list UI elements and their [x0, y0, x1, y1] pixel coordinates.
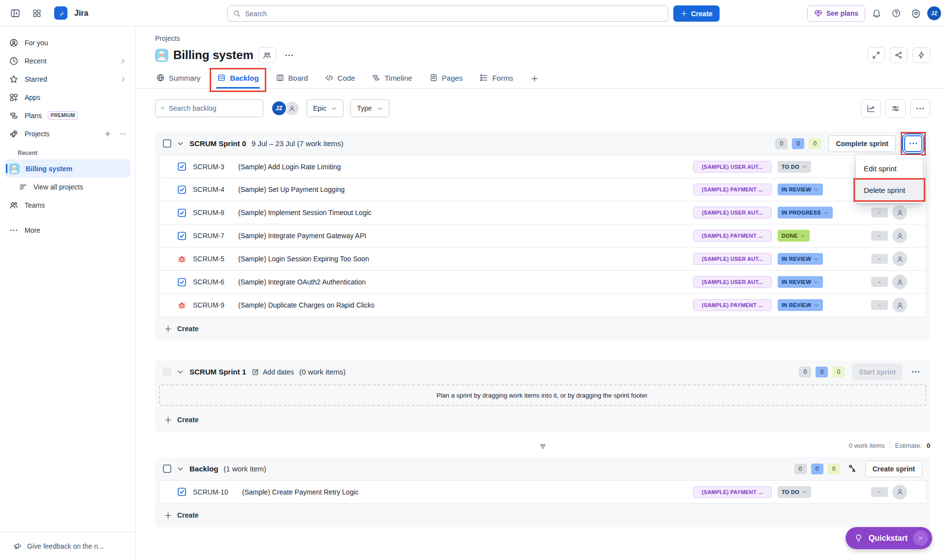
global-search-input[interactable]	[245, 10, 663, 18]
status-dropdown[interactable]: IN REVIEW	[778, 253, 823, 265]
chevron-down-icon[interactable]	[177, 368, 184, 375]
tab-backlog[interactable]: Backlog	[216, 71, 259, 88]
status-dropdown[interactable]: IN REVIEW	[778, 299, 823, 311]
work-item-title[interactable]: (Sample) Login Session Expiring Too Soon	[238, 255, 693, 263]
global-search[interactable]	[227, 5, 668, 22]
status-dropdown[interactable]: IN REVIEW	[778, 184, 823, 195]
backlog-create-button[interactable]: Create	[159, 503, 926, 527]
epic-badge[interactable]: (SAMPLE) USER AUT...	[693, 207, 772, 218]
see-plans-button[interactable]: See plans	[807, 5, 865, 22]
start-sprint-button[interactable]: Start sprint	[852, 364, 903, 380]
sprint-1-checkbox[interactable]	[163, 368, 171, 376]
share-button[interactable]	[890, 47, 908, 63]
estimate-badge[interactable]: -	[871, 254, 888, 264]
work-item-row[interactable]: SCRUM-9 (Sample) Duplicate Charges on Ra…	[159, 294, 926, 317]
work-item-row[interactable]: SCRUM-5 (Sample) Login Session Expiring …	[159, 248, 926, 271]
menu-item-edit-sprint[interactable]: Edit sprint	[856, 157, 923, 179]
status-dropdown[interactable]: TO DO	[778, 161, 811, 173]
assignee-avatar[interactable]	[892, 275, 907, 289]
tab-board[interactable]: Board	[275, 71, 309, 88]
work-item-row[interactable]: SCRUM-8 (Sample) Implement Session Timeo…	[159, 201, 926, 224]
backlog-search-input[interactable]	[169, 104, 258, 112]
estimate-badge[interactable]: -	[871, 487, 888, 497]
backlog-name[interactable]: Backlog	[189, 465, 218, 473]
assignee-avatar[interactable]	[892, 251, 907, 266]
sprint-0-more-button[interactable]	[904, 135, 922, 152]
add-dates-button[interactable]: Add dates	[252, 368, 294, 376]
estimate-badge[interactable]: -	[871, 208, 888, 218]
status-dropdown[interactable]: IN REVIEW	[778, 276, 823, 288]
work-item-title[interactable]: (Sample) Add Login Rate Limiting	[238, 163, 693, 171]
jira-logo[interactable]	[54, 6, 67, 20]
add-tab-button[interactable]	[529, 71, 540, 88]
work-item-title[interactable]: (Sample) Set Up Payment Logging	[238, 186, 693, 193]
sidebar-item-plans[interactable]: Plans PREMIUM	[5, 106, 130, 124]
assignee-avatar[interactable]	[892, 485, 907, 499]
tab-forms[interactable]: Forms	[478, 71, 514, 88]
work-item-row[interactable]: SCRUM-6 (Sample) Integrate OAuth2 Authen…	[159, 271, 926, 294]
work-item-row[interactable]: SCRUM-10 (Sample) Create Payment Retry L…	[159, 480, 926, 503]
create-sprint-button[interactable]: Create sprint	[865, 461, 922, 477]
work-item-title[interactable]: (Sample) Implement Session Timeout Logic	[238, 209, 693, 217]
settings-button[interactable]	[908, 5, 924, 22]
epic-filter-dropdown[interactable]: Epic	[307, 99, 344, 117]
user-avatar[interactable]: JZ	[927, 6, 941, 20]
work-item-title[interactable]: (Sample) Integrate Payment Gateway API	[238, 232, 693, 240]
epic-badge[interactable]: (SAMPLE) PAYMENT ...	[693, 184, 772, 195]
collapse-sidebar-button[interactable]	[7, 5, 24, 22]
estimate-badge[interactable]: -	[871, 300, 888, 310]
filter-user-avatar[interactable]: JZ	[271, 100, 287, 116]
work-item-row[interactable]: SCRUM-4 (Sample) Set Up Payment Logging …	[159, 178, 926, 201]
assignee-avatar[interactable]	[892, 228, 907, 243]
sidebar-item-for-you[interactable]: For you	[5, 33, 130, 52]
type-filter-dropdown[interactable]: Type	[350, 99, 389, 117]
help-button[interactable]	[888, 5, 905, 22]
sprint-0-create-button[interactable]: Create	[159, 317, 926, 341]
sidebar-item-billing-system[interactable]: Billing system	[5, 159, 130, 178]
work-item-title[interactable]: (Sample) Integrate OAuth2 Authentication	[238, 278, 693, 286]
sidebar-item-apps[interactable]: Apps	[5, 88, 130, 106]
sidebar-item-more[interactable]: More	[5, 221, 130, 239]
backlog-more-button[interactable]	[910, 99, 930, 118]
work-item-row[interactable]: SCRUM-3 (Sample) Add Login Rate Limiting…	[159, 155, 926, 178]
breadcrumb[interactable]: Projects	[155, 34, 930, 42]
epic-badge[interactable]: (SAMPLE) USER AUT...	[693, 276, 772, 288]
sidebar-item-view-all-projects[interactable]: View all projects	[5, 178, 130, 196]
epic-badge[interactable]: (SAMPLE) PAYMENT ...	[693, 230, 772, 242]
tab-code[interactable]: Code	[324, 71, 356, 88]
insights-button[interactable]	[861, 99, 881, 118]
app-switcher-button[interactable]	[29, 5, 45, 22]
view-settings-button[interactable]	[885, 99, 906, 118]
work-item-row[interactable]: SCRUM-7 (Sample) Integrate Payment Gatew…	[159, 224, 926, 248]
status-dropdown[interactable]: IN PROGRESS	[778, 207, 833, 218]
backlog-checkbox[interactable]	[163, 465, 171, 473]
sprint-1-create-button[interactable]: Create	[159, 408, 926, 432]
estimate-badge[interactable]: -	[871, 231, 888, 241]
auto-schedule-button[interactable]	[845, 461, 860, 477]
work-item-title[interactable]: (Sample) Create Payment Retry Logic	[242, 488, 693, 496]
epic-badge[interactable]: (SAMPLE) USER AUT...	[693, 253, 772, 265]
chevron-down-icon[interactable]	[177, 465, 184, 472]
notifications-button[interactable]	[868, 5, 885, 22]
status-dropdown[interactable]: DONE	[778, 230, 810, 242]
tab-timeline[interactable]: Timeline	[371, 71, 413, 88]
backlog-search[interactable]	[155, 99, 263, 117]
add-project-icon[interactable]	[104, 130, 112, 138]
project-members-button[interactable]	[258, 47, 276, 63]
automation-button[interactable]	[913, 47, 930, 63]
projects-more-icon[interactable]	[119, 130, 126, 138]
quickstart-button[interactable]: Quickstart	[846, 527, 932, 549]
complete-sprint-button[interactable]: Complete sprint	[828, 135, 896, 152]
sidebar-item-projects[interactable]: Projects	[5, 124, 130, 143]
sprint-0-checkbox[interactable]	[163, 139, 171, 148]
sprint-resize-handle[interactable]	[538, 440, 547, 452]
estimate-badge[interactable]: -	[871, 277, 888, 287]
tab-pages[interactable]: Pages	[428, 71, 464, 88]
work-item-title[interactable]: (Sample) Duplicate Charges on Rapid Clic…	[238, 301, 693, 309]
create-button[interactable]: Create	[673, 5, 720, 22]
sprint-1-more-button[interactable]	[909, 368, 922, 375]
fullscreen-button[interactable]	[867, 47, 885, 63]
chevron-down-icon[interactable]	[177, 140, 184, 147]
assignee-avatar[interactable]	[892, 205, 907, 220]
epic-badge[interactable]: (SAMPLE) USER AUT...	[693, 161, 772, 173]
